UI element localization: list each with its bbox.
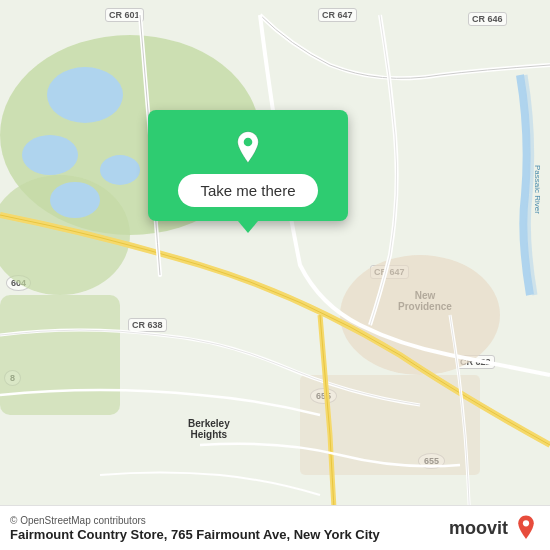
osm-credit: © OpenStreetMap contributors — [10, 515, 380, 526]
svg-point-7 — [340, 255, 500, 375]
svg-text:Passaic River: Passaic River — [533, 165, 542, 214]
svg-point-11 — [523, 520, 529, 526]
bottom-bar: © OpenStreetMap contributors Fairmount C… — [0, 505, 550, 550]
svg-point-6 — [50, 182, 100, 218]
map-popup: Take me there — [148, 110, 348, 221]
svg-point-3 — [47, 67, 123, 123]
take-me-there-button[interactable]: Take me there — [178, 174, 317, 207]
location-pin-icon — [230, 130, 266, 166]
svg-point-5 — [100, 155, 140, 185]
svg-rect-2 — [0, 295, 120, 415]
moovit-logo-text: moovit — [449, 518, 508, 539]
bottom-bar-info: © OpenStreetMap contributors Fairmount C… — [10, 515, 380, 542]
svg-point-4 — [22, 135, 78, 175]
location-name: Fairmount Country Store, 765 Fairmount A… — [10, 527, 380, 542]
svg-point-10 — [244, 138, 253, 147]
map-container: Passaic River CR 601 CR 647 CR 646 CR 64… — [0, 0, 550, 550]
moovit-logo: moovit — [449, 514, 540, 542]
moovit-pin-icon — [512, 514, 540, 542]
map-roads-svg: Passaic River — [0, 0, 550, 550]
